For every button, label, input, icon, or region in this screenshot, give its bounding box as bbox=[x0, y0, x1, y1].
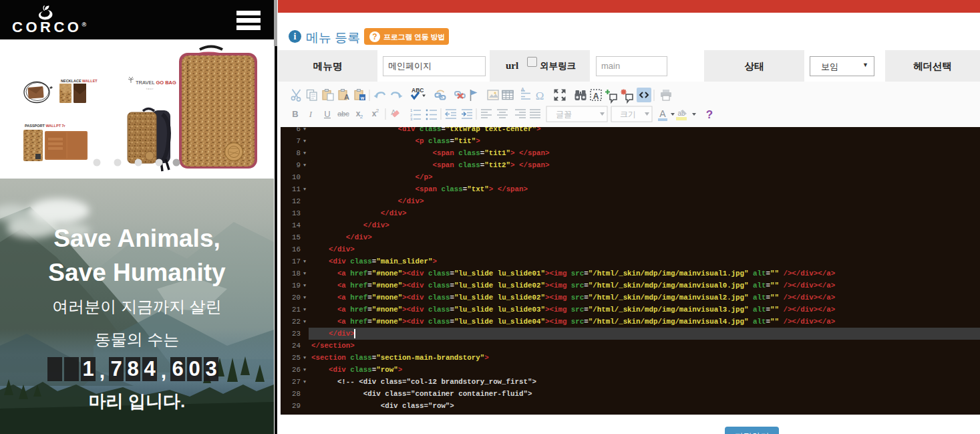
svg-text:Ω: Ω bbox=[536, 90, 544, 102]
svg-text:?: ? bbox=[706, 108, 713, 121]
svg-text:2: 2 bbox=[410, 113, 413, 117]
svg-text:PASSPORT WALLPT 7r: PASSPORT WALLPT 7r bbox=[25, 124, 66, 128]
svg-text:NECKLACE WALLET: NECKLACE WALLET bbox=[61, 79, 98, 83]
svg-text:1: 1 bbox=[410, 108, 413, 112]
svg-text:abc: abc bbox=[337, 110, 349, 118]
svg-text:w: w bbox=[360, 96, 365, 100]
svg-text:A: A bbox=[521, 87, 524, 92]
svg-text:크기: 크기 bbox=[620, 110, 636, 119]
svg-text:2: 2 bbox=[376, 108, 379, 114]
svg-text:A: A bbox=[659, 108, 666, 119]
svg-text:A: A bbox=[344, 93, 349, 101]
svg-text:3: 3 bbox=[410, 117, 413, 121]
svg-text:TRAVEL GO BAG: TRAVEL GO BAG bbox=[136, 80, 176, 86]
svg-text:2: 2 bbox=[360, 114, 363, 120]
svg-text:A: A bbox=[593, 92, 599, 101]
svg-text:I: I bbox=[309, 109, 313, 119]
svg-text:t o u r: t o u r bbox=[146, 87, 154, 90]
svg-text:글꼴: 글꼴 bbox=[556, 110, 572, 119]
svg-text:B: B bbox=[292, 109, 298, 119]
svg-text:U: U bbox=[324, 109, 330, 119]
